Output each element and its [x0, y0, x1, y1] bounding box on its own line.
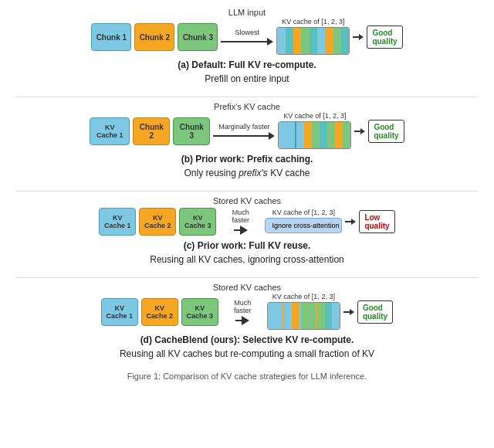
section-c-ignore-box: Ignore cross-attention	[265, 218, 342, 233]
section-c-arrow: Muchfaster	[219, 209, 262, 235]
section-c-kv2: KVCache 2	[139, 208, 176, 236]
divider-1	[15, 97, 479, 97]
section-c-caption: (c) Prior work: Full KV reuse. Reusing a…	[15, 239, 479, 266]
section-b: Prefix's KV cache KVCache 1 Chunk 2 Chun…	[15, 102, 479, 180]
section-d-caption: (d) CacheBlend (ours): Selective KV re-c…	[15, 333, 479, 361]
section-d-arrow-label: Muchfaster	[234, 299, 252, 314]
section-c-kv-container: KV cache of [1, 2, 3] Ignore cross-atten…	[265, 210, 342, 233]
section-b-kv-visual	[278, 121, 351, 149]
section-b-kv-label: KV cache of [1, 2, 3]	[283, 112, 346, 120]
section-b-chunk3: Chunk 3	[173, 117, 210, 145]
section-c-flow: KVCache 1 KVCache 2 KVCache 3 Muchfaster…	[15, 208, 479, 236]
section-d-kv-label: KV cache of [1, 2, 3]	[272, 293, 335, 300]
section-b-top-label: Prefix's KV cache	[15, 102, 479, 111]
divider-3	[15, 277, 479, 278]
section-d-result: Goodquality	[357, 300, 393, 324]
chunk-3: Chunk 3	[178, 23, 218, 51]
section-c-top-label: Stored KV caches	[15, 196, 479, 205]
chunk-1: Chunk 1	[91, 23, 131, 51]
section-b-kv-container: KV cache of [1, 2, 3]	[278, 114, 351, 149]
section-d-kv2: KVCache 2	[141, 298, 178, 326]
section-a-kv-visual	[276, 27, 350, 55]
section-a-arrow: Slowest	[221, 29, 273, 46]
section-a-result-arrow	[353, 34, 364, 40]
section-c-kv3: KVCache 3	[179, 208, 216, 236]
chunk-2: Chunk 2	[134, 23, 174, 51]
section-d: Stored KV caches KVCache 1 KVCache 2 KVC…	[15, 283, 479, 361]
section-c-arrow-label: Muchfaster	[232, 209, 250, 224]
section-a-caption: (a) Default: Full KV re-compute. Prefill…	[15, 58, 479, 86]
section-d-result-arrow	[343, 309, 354, 315]
section-b-result-arrow	[354, 128, 365, 134]
section-a-arrow-label: Slowest	[235, 29, 260, 36]
section-b-caption: (b) Prior work: Prefix caching. Only reu…	[15, 152, 479, 180]
section-d-kv-visual	[267, 302, 340, 330]
section-d-kv3: KVCache 3	[181, 298, 218, 326]
section-a: LLM input Chunk 1 Chunk 2 Chunk 3 Slowes…	[15, 8, 479, 86]
section-b-arrow: Marginally faster	[213, 123, 275, 140]
section-b-flow: KVCache 1 Chunk 2 Chunk 3 Marginally fas…	[15, 114, 479, 149]
section-c-kv1: KVCache 1	[99, 208, 136, 236]
section-b-chunk2: Chunk 2	[133, 117, 170, 145]
section-a-result: Goodquality	[367, 25, 402, 49]
divider-2	[15, 191, 479, 192]
section-b-arrow-label: Marginally faster	[218, 123, 269, 131]
section-d-arrow: Muchfaster	[222, 299, 264, 325]
section-a-flow: Chunk 1 Chunk 2 Chunk 3 Slowest KV cache…	[15, 19, 479, 55]
section-d-kv-container: KV cache of [1, 2, 3]	[267, 294, 340, 330]
section-d-kv1: KVCache 1	[101, 298, 138, 326]
section-c-result: Lowquality	[359, 210, 394, 233]
section-d-top-label: Stored KV caches	[15, 283, 479, 292]
section-a-top-label: LLM input	[15, 8, 479, 17]
section-c-kv-label: KV cache of [1, 2, 3]	[272, 209, 335, 216]
section-b-result: Goodquality	[368, 120, 404, 143]
section-b-kv-cache1: KVCache 1	[90, 117, 130, 145]
section-c: Stored KV caches KVCache 1 KVCache 2 KVC…	[15, 196, 479, 266]
section-c-result-arrow	[345, 219, 356, 225]
figure-caption: Figure 1: Comparison of KV cache strateg…	[15, 372, 479, 381]
section-d-flow: KVCache 1 KVCache 2 KVCache 3 Muchfaster…	[15, 294, 479, 330]
section-a-kv-container: KV cache of [1, 2, 3]	[276, 19, 350, 55]
section-a-kv-label: KV cache of [1, 2, 3]	[282, 18, 344, 25]
